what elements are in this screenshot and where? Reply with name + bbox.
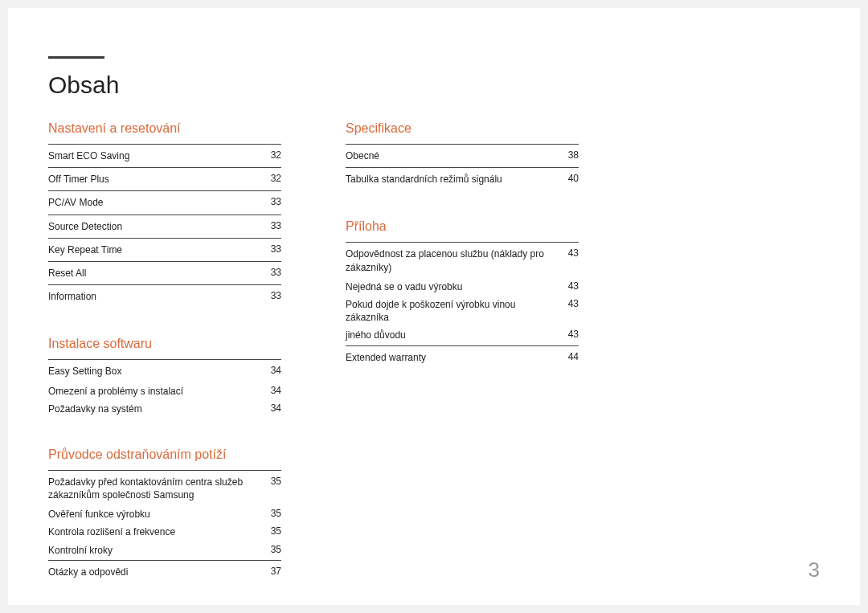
toc-entry-page: 43: [563, 247, 579, 259]
toc-entry-page: 38: [563, 149, 579, 161]
toc-entry-label: Požadavky na systém: [48, 403, 265, 415]
columns-container: Nastavení a resetování Smart ECO Saving3…: [48, 121, 820, 583]
toc-entry[interactable]: Kontrola rozlišení a frekvence35: [48, 524, 281, 541]
toc-entry-label: Off Timer Plus: [48, 173, 265, 186]
toc-entry-label: Otázky a odpovědi: [48, 566, 265, 578]
toc-list: Smart ECO Saving32Off Timer Plus32PC/AV …: [48, 144, 281, 308]
toc-entry-label: Key Repeat Time: [48, 243, 265, 256]
toc-entry[interactable]: Key Repeat Time33: [48, 238, 281, 261]
page-title: Obsah: [48, 72, 820, 99]
toc-entry[interactable]: Omezení a problémy s instalací34: [48, 383, 281, 401]
toc-entry-page: 35: [265, 525, 281, 537]
toc-entry[interactable]: Easy Setting Box34: [48, 359, 281, 382]
toc-entry[interactable]: Off Timer Plus32: [48, 167, 281, 190]
column-left: Nastavení a resetování Smart ECO Saving3…: [48, 121, 281, 583]
toc-entry[interactable]: Odpovědnost za placenou službu (náklady …: [346, 242, 579, 278]
toc-entry-page: 43: [563, 298, 579, 309]
toc-entry[interactable]: Nejedná se o vadu výrobku43: [346, 279, 579, 296]
toc-entry-page: 33: [265, 243, 281, 255]
toc-list: Obecné38Tabulka standardních režimů sign…: [346, 144, 579, 190]
toc-list: Požadavky před kontaktováním centra služ…: [48, 470, 281, 583]
toc-entry-page: 34: [265, 403, 281, 414]
toc-entry-label: Požadavky před kontaktováním centra služ…: [48, 476, 265, 501]
toc-section: Specifikace Obecné38Tabulka standardních…: [346, 121, 579, 190]
toc-entry-page: 34: [265, 385, 281, 396]
toc-entry[interactable]: PC/AV Mode33: [48, 190, 281, 214]
toc-entry-page: 43: [563, 280, 579, 292]
toc-entry-label: Kontrolní kroky: [48, 544, 265, 557]
toc-entry-page: 33: [265, 290, 281, 301]
toc-entry[interactable]: Source Detection33: [48, 215, 281, 238]
toc-entry-page: 32: [265, 149, 281, 161]
toc-entry-label: Obecné: [346, 149, 563, 162]
toc-entry-label: Easy Setting Box: [48, 365, 265, 378]
toc-entry[interactable]: Požadavky před kontaktováním centra služ…: [48, 470, 281, 506]
toc-entry[interactable]: Tabulka standardních režimů signálu40: [346, 167, 579, 190]
toc-entry-label: Nejedná se o vadu výrobku: [346, 280, 563, 293]
toc-list: Easy Setting Box34Omezení a problémy s i…: [48, 359, 281, 419]
toc-entry[interactable]: Smart ECO Saving32: [48, 144, 281, 167]
column-right: Specifikace Obecné38Tabulka standardních…: [346, 121, 579, 583]
toc-entry[interactable]: Kontrolní kroky35: [48, 542, 281, 560]
toc-entry-label: Omezení a problémy s instalací: [48, 385, 265, 398]
toc-entry-page: 32: [265, 173, 281, 184]
toc-section: Instalace softwaru Easy Setting Box34Ome…: [48, 337, 281, 419]
toc-entry-label: Reset All: [48, 267, 265, 280]
toc-entry-page: 35: [265, 544, 281, 555]
toc-section: Příloha Odpovědnost za placenou službu (…: [346, 219, 579, 368]
toc-entry[interactable]: Ověření funkce výrobku35: [48, 506, 281, 524]
section-heading: Nastavení a resetování: [48, 121, 281, 136]
section-heading: Průvodce odstraňováním potíží: [48, 447, 281, 462]
toc-entry-label: Ověření funkce výrobku: [48, 508, 265, 521]
toc-entry[interactable]: jiného důvodu43: [346, 327, 579, 345]
toc-entry[interactable]: Požadavky na systém34: [48, 401, 281, 419]
toc-entry-page: 33: [265, 267, 281, 278]
section-heading: Specifikace: [346, 121, 579, 136]
toc-entry-label: Information: [48, 290, 265, 303]
toc-entry-label: PC/AV Mode: [48, 196, 265, 209]
toc-entry[interactable]: Reset All33: [48, 261, 281, 284]
toc-entry-label: Kontrola rozlišení a frekvence: [48, 525, 265, 538]
toc-entry[interactable]: Pokud dojde k poškození výrobku vinou zá…: [346, 296, 579, 327]
toc-entry-label: Odpovědnost za placenou službu (náklady …: [346, 247, 563, 273]
toc-entry-page: 34: [265, 365, 281, 376]
toc-entry[interactable]: Extended warranty44: [346, 345, 579, 369]
toc-entry-label: jiného důvodu: [346, 329, 563, 341]
section-heading: Instalace softwaru: [48, 337, 281, 351]
section-heading: Příloha: [346, 219, 579, 234]
toc-entry-label: Smart ECO Saving: [48, 149, 265, 162]
page-number: 3: [809, 558, 820, 582]
toc-entry[interactable]: Information33: [48, 284, 281, 308]
toc-entry-page: 40: [563, 173, 579, 184]
toc-list: Odpovědnost za placenou službu (náklady …: [346, 242, 579, 368]
toc-entry-page: 35: [265, 476, 281, 487]
toc-entry-label: Pokud dojde k poškození výrobku vinou zá…: [346, 298, 563, 324]
toc-entry-page: 33: [265, 220, 281, 231]
toc-section: Nastavení a resetování Smart ECO Saving3…: [48, 121, 281, 308]
toc-entry-label: Extended warranty: [346, 351, 563, 364]
toc-entry-page: 35: [265, 508, 281, 519]
toc-entry[interactable]: Otázky a odpovědi37: [48, 560, 281, 583]
toc-entry-page: 33: [265, 196, 281, 207]
toc-entry-page: 43: [563, 329, 579, 340]
toc-entry-label: Source Detection: [48, 220, 265, 233]
document-page: Obsah Nastavení a resetování Smart ECO S…: [8, 8, 860, 605]
toc-section: Průvodce odstraňováním potíží Požadavky …: [48, 447, 281, 583]
decorative-rule: [48, 56, 104, 59]
toc-entry[interactable]: Obecné38: [346, 144, 579, 167]
toc-entry-label: Tabulka standardních režimů signálu: [346, 173, 563, 186]
toc-entry-page: 37: [265, 566, 281, 577]
toc-entry-page: 44: [563, 351, 579, 362]
